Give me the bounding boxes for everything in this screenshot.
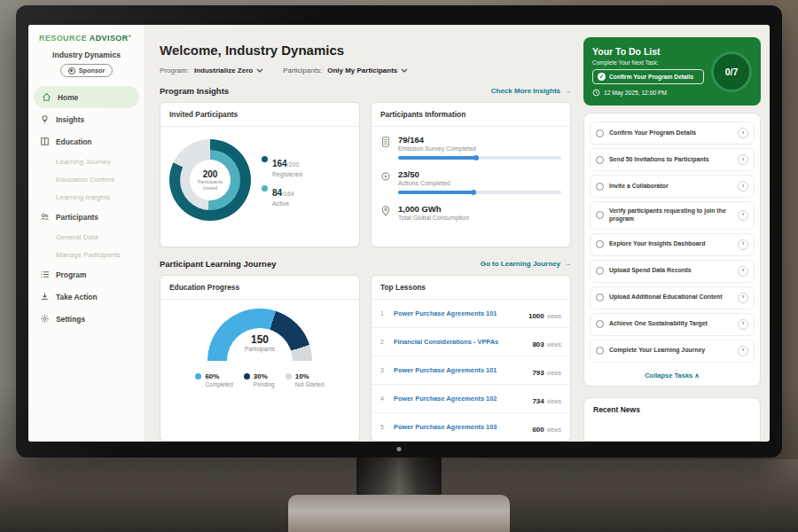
checkbox-icon[interactable] [596, 320, 604, 328]
task-item[interactable]: Achieve One Sustainability Target › [590, 313, 755, 336]
checkbox-icon[interactable] [596, 129, 604, 137]
sidebar: RESOURCE ADVISOR+ Industry Dynamics Spon… [28, 25, 145, 442]
chevron-right-icon[interactable]: › [738, 319, 748, 330]
chevron-right-icon[interactable]: › [738, 210, 748, 221]
checkbox-icon[interactable] [596, 183, 604, 191]
sponsor-icon [68, 67, 75, 74]
card-title: Education Progress [160, 276, 359, 300]
todo-summary-card: Your To Do List Complete Your Next Task:… [583, 37, 761, 106]
monitor-stand-base [288, 495, 510, 532]
lesson-link[interactable]: Power Purchase Agreements 101 [394, 309, 521, 317]
task-item[interactable]: Upload Spend Data Records › [590, 260, 755, 283]
program-insights-header: Program Insights Check More Insights → [160, 86, 571, 96]
sidebar-nav: Home Insights Education Learning Journey… [28, 86, 145, 330]
legend-active: 84/164 Active [262, 184, 302, 207]
checkbox-icon[interactable] [596, 347, 604, 355]
lesson-row: 3 Power Purchase Agreements 101 793views [372, 356, 570, 385]
checkbox-icon[interactable] [596, 240, 604, 248]
sidebar-item-program[interactable]: Program [28, 263, 145, 286]
invited-participants-card: Invited Participants 200 Participants In… [160, 102, 360, 247]
task-list-card: Confirm Your Program Details › Send 50 I… [583, 113, 761, 387]
legend-pending: 30%Pending [244, 372, 275, 387]
checkbox-icon[interactable] [596, 267, 604, 275]
checkbox-icon[interactable] [596, 211, 604, 219]
arrow-right-icon: → [564, 260, 571, 268]
task-item[interactable]: Confirm Your Program Details › [590, 121, 755, 145]
task-item[interactable]: Send 50 Invitations to Participants › [590, 148, 755, 171]
legend-dot-registered [262, 156, 268, 162]
top-lessons-card: Top Lessons 1 Power Purchase Agreements … [371, 275, 571, 442]
sidebar-item-education[interactable]: Education [28, 130, 145, 153]
monitor-power-led [397, 447, 402, 451]
card-title: Invited Participants [160, 103, 359, 127]
sidebar-item-learning-insights[interactable]: Learning Insights [28, 188, 145, 206]
sidebar-item-education-content[interactable]: Education Content [28, 170, 145, 188]
download-icon [39, 292, 50, 302]
chevron-right-icon[interactable]: › [738, 346, 748, 356]
legend-not-started: 10%Not Started [286, 372, 325, 387]
people-icon [39, 212, 50, 223]
program-select[interactable]: Industrialize Zero [194, 66, 263, 74]
task-item[interactable]: Upload Additional Educational Content › [590, 286, 755, 309]
monitor-bezel: RESOURCE ADVISOR+ Industry Dynamics Spon… [16, 5, 782, 458]
arrow-right-icon: → [564, 87, 571, 95]
chevron-right-icon[interactable]: › [738, 128, 748, 138]
todo-subtitle: Complete Your Next Task: [592, 59, 704, 66]
todo-progress-ring: 0/7 [711, 51, 752, 92]
task-item[interactable]: Explore Your Insights Dashboard › [590, 233, 755, 256]
legend-completed: 60%Completed [195, 372, 232, 387]
learning-journey-header: Participant Learning Journey Go to Learn… [160, 259, 571, 269]
sponsor-badge: Sponsor [60, 64, 113, 77]
checkbox-icon[interactable] [596, 293, 604, 301]
dashboard-screen: RESOURCE ADVISOR+ Industry Dynamics Spon… [28, 25, 770, 442]
chevron-right-icon[interactable]: › [738, 239, 748, 250]
card-title: Participants Information [372, 103, 570, 127]
todo-panel: Your To Do List Complete Your Next Task:… [582, 25, 770, 442]
actions-completed-row: 23/50 Actions Completed [372, 161, 570, 196]
organization-name: Industry Dynamics [28, 51, 145, 59]
sidebar-item-general-data[interactable]: General Data [28, 228, 145, 246]
list-icon [39, 270, 50, 280]
go-to-learning-journey-link[interactable]: Go to Learning Journey → [481, 260, 571, 268]
section-title: Program Insights [160, 86, 229, 96]
checkbox-icon[interactable] [596, 156, 604, 164]
lesson-link[interactable]: Power Purchase Agreements 102 [394, 395, 525, 403]
brand-logo[interactable]: RESOURCE ADVISOR+ [28, 33, 145, 43]
lesson-row: 1 Power Purchase Agreements 101 1000view… [372, 300, 570, 328]
gauge-legend: 60%Completed 30%Pending 10%Not Started [195, 372, 324, 387]
sidebar-item-settings[interactable]: Settings [28, 308, 145, 330]
lesson-link[interactable]: Power Purchase Agreements 103 [394, 423, 525, 431]
donut-legend: 164/200 Registered 84/164 Active [262, 148, 302, 213]
sidebar-item-participants[interactable]: Participants [28, 206, 145, 228]
lightbulb-icon [39, 114, 50, 125]
target-icon [380, 170, 391, 183]
home-icon [41, 92, 51, 103]
lesson-link[interactable]: Financial Considerations - VPPAs [394, 338, 525, 346]
emission-progress-bar [398, 156, 561, 160]
chevron-right-icon[interactable]: › [738, 293, 748, 303]
task-item[interactable]: Invite a Collaborator › [590, 175, 755, 198]
legend-dot-active [262, 185, 268, 192]
section-title: Participant Learning Journey [160, 259, 276, 269]
page-title: Welcome, Industry Dynamics [160, 43, 571, 58]
sidebar-item-learning-journey[interactable]: Learning Journey [28, 153, 145, 170]
sidebar-item-manage-participants[interactable]: Manage Participants [28, 246, 145, 263]
sidebar-item-insights[interactable]: Insights [28, 108, 145, 130]
task-item[interactable]: Verify participants requesting to join t… [590, 201, 755, 230]
lesson-link[interactable]: Power Purchase Agreements 101 [394, 366, 525, 374]
participants-select[interactable]: Only My Participants [327, 66, 408, 74]
check-more-insights-link[interactable]: Check More Insights → [491, 87, 571, 95]
gauge-center: 150 Participants [207, 333, 312, 352]
clock-icon [592, 89, 600, 97]
chevron-right-icon[interactable]: › [738, 181, 748, 192]
gear-icon [39, 314, 50, 325]
due-date: 12 May 2025, 12:00 PM [592, 89, 704, 97]
chevron-right-icon[interactable]: › [738, 266, 748, 277]
participants-filter-label: Participants: [283, 66, 322, 74]
next-task-pill[interactable]: ✓ Confirm Your Program Details [592, 69, 704, 84]
task-item[interactable]: Complete Your Learning Journey › [590, 340, 755, 363]
chevron-right-icon[interactable]: › [738, 154, 748, 165]
collapse-tasks-link[interactable]: Collapse Tasks ∧ [590, 366, 755, 384]
sidebar-item-take-action[interactable]: Take Action [28, 286, 145, 308]
sidebar-item-home[interactable]: Home [34, 86, 139, 108]
